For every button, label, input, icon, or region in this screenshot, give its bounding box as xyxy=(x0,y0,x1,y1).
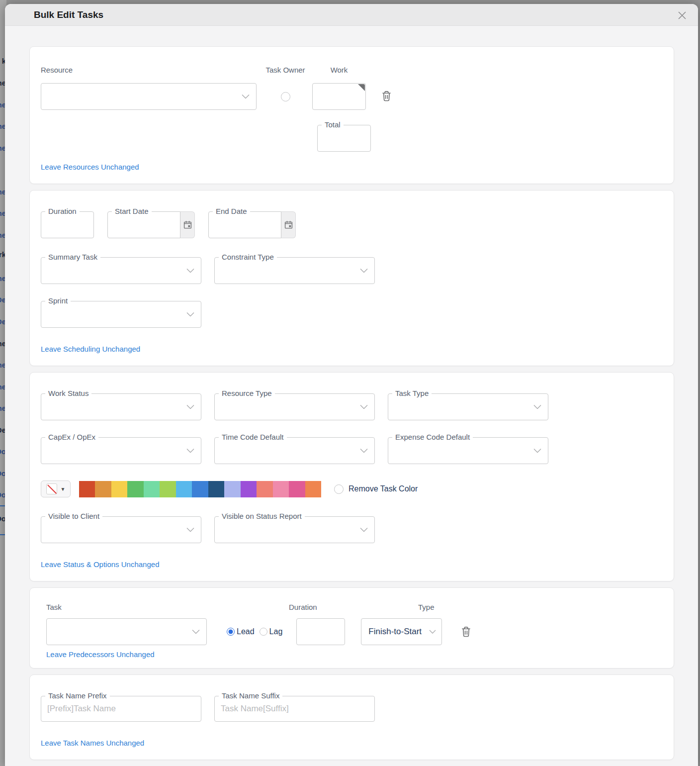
work-status-select[interactable]: Work Status xyxy=(41,393,201,420)
lead-radio[interactable] xyxy=(227,628,235,636)
total-input[interactable]: Total xyxy=(317,125,371,152)
task-color-swatch[interactable] xyxy=(95,481,111,497)
total-label: Total xyxy=(322,120,344,129)
chevron-down-icon xyxy=(186,312,194,317)
task-color-swatch[interactable] xyxy=(289,481,305,497)
task-color-swatch[interactable] xyxy=(192,481,208,497)
start-date-input[interactable]: Start Date xyxy=(107,211,180,238)
task-color-swatch[interactable] xyxy=(241,481,257,497)
leave-task-names-unchanged-link[interactable]: Leave Task Names Unchanged xyxy=(41,739,144,747)
delete-predecessor-trash-icon[interactable] xyxy=(460,626,472,638)
resource-select[interactable] xyxy=(41,83,257,110)
start-date-calendar-button[interactable] xyxy=(180,211,195,238)
work-label: Work xyxy=(312,66,366,75)
duration-input[interactable]: Duration xyxy=(41,211,94,238)
task-color-swatch[interactable] xyxy=(273,481,289,497)
task-color-palette xyxy=(79,481,321,497)
task-color-swatch[interactable] xyxy=(305,481,321,497)
visible-to-client-select[interactable]: Visible to Client xyxy=(41,516,201,543)
leave-scheduling-unchanged-link[interactable]: Leave Scheduling Unchanged xyxy=(41,345,140,353)
remove-task-color-radio[interactable] xyxy=(334,484,344,494)
task-name-prefix-label: Task Name Prefix xyxy=(45,691,110,700)
end-date-field: End Date xyxy=(208,211,296,238)
summary-task-select[interactable]: Summary Task xyxy=(41,257,201,284)
close-icon[interactable] xyxy=(675,8,689,22)
chevron-down-icon xyxy=(186,269,194,273)
lead-lag-duration-input[interactable] xyxy=(296,618,345,645)
task-owner-label: Task Owner xyxy=(265,66,305,75)
dialog-header: Bulk Edit Tasks xyxy=(5,4,698,26)
end-date-input[interactable]: End Date xyxy=(208,211,281,238)
pred-duration-label: Duration xyxy=(289,603,418,611)
task-color-swatch[interactable] xyxy=(176,481,192,497)
corner-marker-icon xyxy=(358,84,365,91)
task-color-swatch[interactable] xyxy=(127,481,143,497)
task-color-swatch[interactable] xyxy=(111,481,127,497)
leave-status-options-unchanged-link[interactable]: Leave Status & Options Unchanged xyxy=(41,560,160,569)
task-name-prefix-field: Task Name Prefix xyxy=(41,696,201,722)
task-color-swatch[interactable] xyxy=(144,481,160,497)
chevron-down-icon xyxy=(186,528,194,532)
calendar-icon xyxy=(183,220,192,230)
chevron-down-icon xyxy=(186,449,194,453)
visible-on-status-report-label: Visible on Status Report xyxy=(219,512,305,520)
chevron-down-icon xyxy=(186,405,194,409)
time-code-default-select[interactable]: Time Code Default xyxy=(214,437,375,464)
work-input[interactable] xyxy=(312,83,366,110)
no-color-dropdown-button[interactable]: ▼ xyxy=(41,480,71,497)
task-names-section: Task Name Prefix Task Name Suffix Leave … xyxy=(29,674,674,760)
constraint-type-label: Constraint Type xyxy=(219,253,277,261)
task-color-swatch[interactable] xyxy=(160,481,175,497)
capex-opex-label: CapEx / OpEx xyxy=(45,433,98,441)
chevron-down-icon xyxy=(533,405,541,409)
delete-resource-trash-icon[interactable] xyxy=(381,90,392,102)
task-color-swatch[interactable] xyxy=(224,481,240,497)
resource-type-select[interactable]: Resource Type xyxy=(214,393,375,420)
leave-predecessors-unchanged-link[interactable]: Leave Predecessors Unchanged xyxy=(46,650,155,659)
lag-radio[interactable] xyxy=(260,628,267,636)
chevron-down-icon xyxy=(360,269,368,273)
task-color-swatch[interactable] xyxy=(79,481,95,497)
start-date-label: Start Date xyxy=(112,207,152,215)
resource-label: Resource xyxy=(41,66,257,75)
leave-resources-unchanged-link[interactable]: Leave Resources Unchanged xyxy=(41,163,139,171)
start-date-field: Start Date xyxy=(107,211,195,238)
chevron-down-icon xyxy=(429,630,436,634)
expense-code-default-select[interactable]: Expense Code Default xyxy=(388,437,548,464)
task-name-prefix-input[interactable] xyxy=(41,696,201,721)
pred-type-label: Type xyxy=(418,603,435,611)
sprint-select[interactable]: Sprint xyxy=(41,301,201,328)
end-date-calendar-button[interactable] xyxy=(281,211,296,238)
sprint-label: Sprint xyxy=(45,296,71,305)
task-type-label: Task Type xyxy=(392,389,432,397)
expense-code-default-label: Expense Code Default xyxy=(392,433,473,441)
dialog-body: Resource Task Owner Work xyxy=(5,26,698,766)
no-color-icon xyxy=(46,483,57,494)
chevron-down-icon xyxy=(360,528,368,532)
remove-task-color-label: Remove Task Color xyxy=(349,484,418,493)
visible-to-client-label: Visible to Client xyxy=(45,512,102,520)
duration-label: Duration xyxy=(45,207,80,215)
task-name-suffix-input[interactable] xyxy=(215,696,374,721)
chevron-down-icon xyxy=(360,449,368,453)
task-type-select[interactable]: Task Type xyxy=(388,393,548,420)
capex-opex-select[interactable]: CapEx / OpEx xyxy=(41,437,201,464)
resources-section: Resource Task Owner Work xyxy=(29,46,674,184)
visible-on-status-report-select[interactable]: Visible on Status Report xyxy=(214,516,375,543)
lag-label: Lag xyxy=(269,627,283,636)
scheduling-section: Duration Start Date xyxy=(29,190,674,366)
task-name-suffix-field: Task Name Suffix xyxy=(214,696,375,722)
task-owner-radio[interactable] xyxy=(281,92,290,101)
constraint-type-select[interactable]: Constraint Type xyxy=(214,257,375,284)
task-label: Task xyxy=(46,603,289,611)
predecessor-type-select[interactable]: Finish-to-Start xyxy=(361,618,442,645)
bulk-edit-tasks-dialog: Bulk Edit Tasks Resource Task Owner xyxy=(5,4,698,766)
calendar-icon xyxy=(284,220,293,230)
predecessors-section: Task Duration Type Lead Lag F xyxy=(29,587,674,669)
dialog-title: Bulk Edit Tasks xyxy=(34,9,103,20)
caret-down-icon: ▼ xyxy=(61,486,66,492)
task-color-swatch[interactable] xyxy=(208,481,224,497)
predecessor-type-value: Finish-to-Start xyxy=(368,627,422,637)
task-color-swatch[interactable] xyxy=(257,481,272,497)
predecessor-task-select[interactable] xyxy=(46,618,207,645)
